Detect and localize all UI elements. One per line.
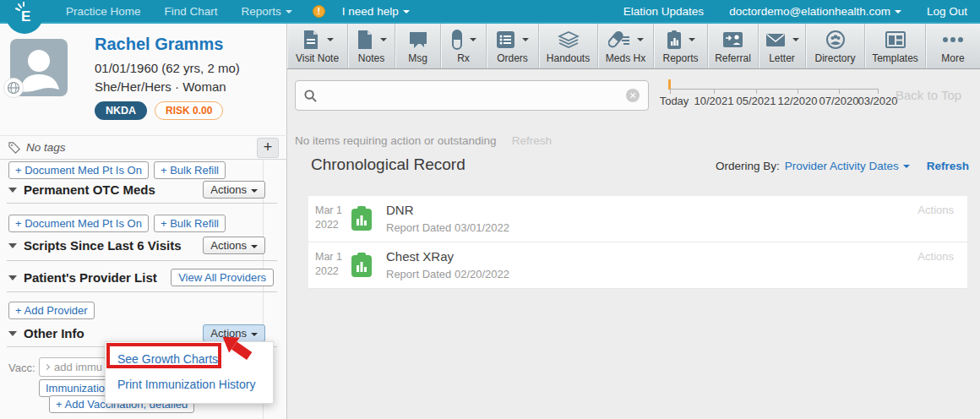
menu-item-see-growth-charts[interactable]: See Growth Charts <box>106 346 273 371</box>
nav-reports-menu[interactable]: Reports <box>230 5 304 18</box>
nav-practice-home[interactable]: Practice Home <box>54 5 153 18</box>
report-chart-icon <box>667 30 682 50</box>
divider <box>7 203 277 204</box>
timeline-label[interactable]: 10/2021 <box>694 95 734 107</box>
section-provider-list: Patient's Provider List View All Provide… <box>0 269 287 289</box>
timeline-tick <box>878 89 879 94</box>
toolbar-label: Templates <box>872 52 918 64</box>
patient-name[interactable]: Rachel Gramms <box>95 35 223 54</box>
risk-badge[interactable]: RISK 0.00 <box>155 101 223 120</box>
pill-icon <box>451 30 463 50</box>
ordering-by-label: Ordering By: <box>716 160 780 172</box>
chevron-down-icon <box>470 38 476 41</box>
other-info-actions-menu: See Growth Charts Print Immunization His… <box>105 341 274 404</box>
chevron-down-icon <box>637 38 644 41</box>
record-title[interactable]: Chest XRay <box>386 249 454 264</box>
chevron-right-icon <box>44 364 50 370</box>
timeline-label[interactable]: 12/2020 <box>778 95 818 107</box>
toolbar-visit-note-button[interactable]: Visit Note <box>287 24 348 68</box>
main-content: ✕ Today 10/2021 05/2021 12/2020 07/2020 … <box>287 69 980 419</box>
bulk-refill-button[interactable]: + Bulk Refill <box>154 161 226 179</box>
toolbar-referral-button[interactable]: Referral <box>708 24 759 68</box>
collapse-triangle-icon[interactable] <box>8 188 17 193</box>
record-subtitle: Report Dated 03/01/2022 <box>386 221 509 234</box>
timeline-tick <box>714 89 715 94</box>
vacc-input-placeholder: add immu <box>54 361 102 373</box>
menu-item-print-immunization-history[interactable]: Print Immunization History <box>106 371 273 396</box>
search-input[interactable] <box>324 88 626 103</box>
collapse-triangle-icon[interactable] <box>8 243 17 248</box>
divider <box>7 260 277 261</box>
section-permanent-otc-meds: Permanent OTC Meds Actions <box>0 181 287 201</box>
record-row-chest-xray[interactable]: Mar 12022 Chest XRay Report Dated 02/20/… <box>308 242 967 289</box>
note-icon <box>357 30 373 50</box>
toolbar-notes-button[interactable]: Notes <box>348 24 395 68</box>
bulk-refill-button[interactable]: + Bulk Refill <box>154 215 226 232</box>
other-info-actions-button[interactable]: Actions <box>203 324 265 342</box>
chevron-down-icon <box>689 38 695 41</box>
toolbar-reports-button[interactable]: Reports <box>654 24 708 68</box>
otc-actions-button[interactable]: Actions <box>203 181 265 199</box>
timeline-label[interactable]: 03/2020 <box>858 95 898 107</box>
timeline-tick <box>798 89 798 94</box>
app-window: Practice Home Find Chart Reports ! I nee… <box>0 0 980 419</box>
chevron-down-icon <box>903 165 910 168</box>
status-refresh-link[interactable]: Refresh <box>512 134 552 147</box>
record-actions-link[interactable]: Actions <box>917 204 954 216</box>
view-all-providers-button[interactable]: View All Providers <box>171 269 274 286</box>
top-navigation-bar: Practice Home Find Chart Reports ! I nee… <box>0 0 980 24</box>
logo-letter: E <box>21 8 30 24</box>
timeline-label-today[interactable]: Today <box>660 95 689 107</box>
scripts-actions-button[interactable]: Actions <box>203 237 265 254</box>
report-green-icon <box>351 206 373 235</box>
toolbar-directory-button[interactable]: Directory <box>806 24 865 68</box>
toolbar-templates-button[interactable]: Templates <box>865 24 926 68</box>
nav-elation-updates[interactable]: Elation Updates <box>611 5 716 18</box>
nav-find-chart[interactable]: Find Chart <box>153 5 230 18</box>
toolbar-letter-button[interactable]: Letter <box>759 24 806 68</box>
record-date: Mar 12022 <box>315 250 342 279</box>
nav-reports-label: Reports <box>242 5 281 18</box>
record-row-dnr[interactable]: Mar 12022 DNR Report Dated 03/01/2022 Ac… <box>308 196 967 242</box>
collapse-triangle-icon[interactable] <box>8 331 17 336</box>
record-refresh-link[interactable]: Refresh <box>927 160 969 172</box>
document-med-button[interactable]: + Document Med Pt Is On <box>8 215 149 232</box>
divider <box>7 291 277 292</box>
timeline-tick <box>756 89 757 94</box>
collapse-triangle-icon[interactable] <box>8 275 17 280</box>
chart-search-box: ✕ <box>295 80 649 111</box>
visit-note-icon <box>302 30 320 50</box>
toolbar-rx-button[interactable]: Rx <box>441 24 487 68</box>
toolbar-meds-hx-button[interactable]: Meds Hx <box>598 24 654 68</box>
nav-need-help-menu[interactable]: I need help <box>330 5 422 18</box>
timeline-label[interactable]: 05/2021 <box>737 95 776 107</box>
directory-icon <box>825 30 846 50</box>
timeline-axis[interactable] <box>670 89 879 90</box>
section-title: Scripts Since Last 6 Visits <box>24 238 181 253</box>
add-tag-button[interactable]: + <box>257 138 279 158</box>
toolbar-label: More <box>941 52 964 64</box>
toolbar-msg-button[interactable]: Msg <box>395 24 441 68</box>
back-to-top-link[interactable]: Back to Top <box>896 88 961 102</box>
clear-search-icon[interactable]: ✕ <box>626 89 640 102</box>
need-help-label: I need help <box>342 5 399 18</box>
allergy-badge[interactable]: NKDA <box>95 101 147 120</box>
nav-account-menu[interactable]: doctordemo@elationhealth.com <box>716 5 914 18</box>
toolbar-label: Letter <box>769 52 795 64</box>
section-title: Other Info <box>24 326 84 340</box>
ordering-value-dropdown[interactable]: Provider Activity Dates <box>785 160 910 172</box>
record-title[interactable]: DNR <box>386 203 414 217</box>
document-med-button[interactable]: + Document Med Pt Is On <box>8 161 149 179</box>
toolbar-orders-button[interactable]: Orders <box>487 24 539 68</box>
templates-icon <box>885 31 906 48</box>
chevron-down-icon <box>895 10 901 14</box>
toolbar-more-button[interactable]: More <box>926 24 980 68</box>
record-actions-link[interactable]: Actions <box>917 250 954 263</box>
timeline-label[interactable]: 07/2020 <box>819 95 859 107</box>
help-warning-icon: ! <box>313 5 325 18</box>
actions-label: Actions <box>210 183 247 196</box>
record-date: Mar 12022 <box>315 204 342 232</box>
add-provider-button[interactable]: + Add Provider <box>8 302 95 319</box>
toolbar-handouts-button[interactable]: Handouts <box>539 24 598 68</box>
nav-log-out[interactable]: Log Out <box>914 5 980 18</box>
